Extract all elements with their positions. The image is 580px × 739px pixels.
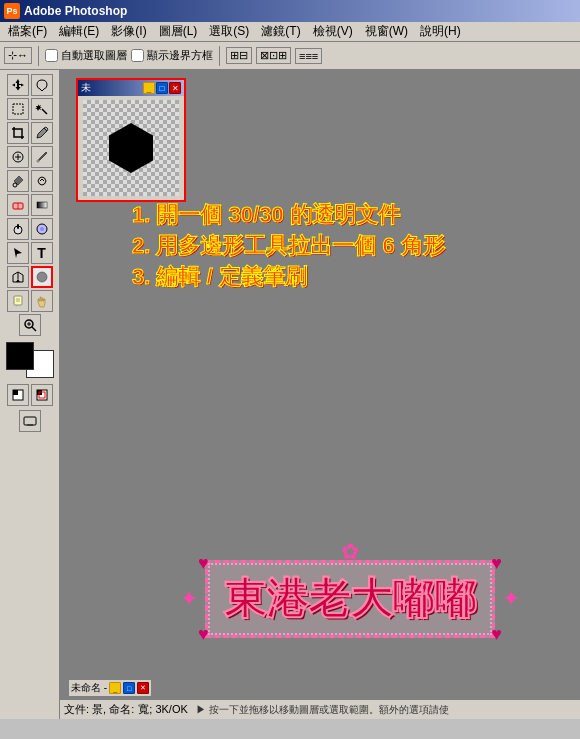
- path-selection-tool[interactable]: [7, 242, 29, 264]
- screen-mode-row: [19, 410, 41, 432]
- menu-layer[interactable]: 圖層(L): [153, 22, 204, 41]
- logo-corner-tl: ♥: [198, 553, 209, 574]
- menu-select[interactable]: 選取(S): [203, 22, 255, 41]
- canvas-area: 未 _ □ ✕ 1. 開一個 30/30 的透明文件 2. 用多邊形工具拉出一個…: [60, 70, 580, 719]
- show-bounds-label: 顯示邊界方框: [147, 48, 213, 63]
- mini-document-window: 未命名 - _ □ ✕: [68, 679, 152, 697]
- move-tool-button[interactable]: ⊹↔: [4, 47, 32, 64]
- standard-mode[interactable]: [7, 384, 29, 406]
- clone-stamp-tool[interactable]: [7, 170, 29, 192]
- tool-row-8: T: [7, 242, 53, 264]
- menu-file[interactable]: 檔案(F): [2, 22, 53, 41]
- color-swatch[interactable]: [6, 342, 54, 378]
- minimize-button[interactable]: _: [143, 82, 155, 94]
- foreground-color-swatch[interactable]: [6, 342, 34, 370]
- instruction-2: 2. 用多邊形工具拉出一個 6 角形: [132, 231, 570, 262]
- tool-row-9: [7, 266, 53, 288]
- auto-select-input[interactable]: [45, 49, 58, 62]
- logo-border: ✿ ✦ ✦ ♥ ♥ ♥ ♥ 東港老大嘟嘟: [205, 560, 495, 638]
- quick-mask-mode[interactable]: [31, 384, 53, 406]
- magic-wand-tool[interactable]: [31, 98, 53, 120]
- svg-rect-28: [24, 417, 36, 425]
- mini-maximize-button[interactable]: □: [123, 682, 135, 694]
- auto-select-checkbox[interactable]: 自動選取圖層: [45, 48, 127, 63]
- menu-window[interactable]: 視窗(W): [359, 22, 414, 41]
- history-brush-tool[interactable]: [31, 170, 53, 192]
- auto-select-label: 自動選取圖層: [61, 48, 127, 63]
- logo-flower-left: ✦: [180, 586, 198, 612]
- mask-row: [7, 384, 53, 406]
- svg-rect-11: [17, 224, 19, 229]
- toolbar-separator-1: [38, 46, 39, 66]
- menu-help[interactable]: 說明(H): [414, 22, 467, 41]
- document-window: 未 _ □ ✕: [76, 78, 186, 202]
- close-button[interactable]: ✕: [169, 82, 181, 94]
- toolbar: ⊹↔ 自動選取圖層 顯示邊界方框 ⊞⊟ ⊠⊡⊞ ≡≡≡: [0, 42, 580, 70]
- menu-image[interactable]: 影像(I): [105, 22, 152, 41]
- instruction-1: 1. 開一個 30/30 的透明文件: [132, 200, 570, 231]
- hexagon-shape: [101, 118, 161, 178]
- blur-tool[interactable]: [31, 218, 53, 240]
- svg-line-20: [32, 327, 36, 331]
- logo-flower-right: ✦: [502, 586, 520, 612]
- maximize-button[interactable]: □: [156, 82, 168, 94]
- status-info: 寬; 3K/OK: [138, 702, 188, 717]
- zoom-tool[interactable]: [19, 314, 41, 336]
- type-tool[interactable]: T: [31, 242, 53, 264]
- svg-point-5: [36, 160, 39, 163]
- marquee-tool[interactable]: [7, 98, 29, 120]
- mini-window-title: 未命名 -: [71, 681, 107, 695]
- instructions-panel: 1. 開一個 30/30 的透明文件 2. 用多邊形工具拉出一個 6 角形 3.…: [132, 200, 570, 292]
- pen-tool[interactable]: [7, 266, 29, 288]
- align-button[interactable]: ⊠⊡⊞: [256, 47, 291, 64]
- lasso-tool[interactable]: [31, 74, 53, 96]
- tool-row-6: [7, 194, 53, 216]
- menu-bar: 檔案(F) 編輯(E) 影像(I) 圖層(L) 選取(S) 濾鏡(T) 檢視(V…: [0, 22, 580, 42]
- document-title: 未: [81, 81, 91, 95]
- status-left: 文件: 景, 命名:: [64, 702, 134, 717]
- show-bounds-checkbox[interactable]: 顯示邊界方框: [131, 48, 213, 63]
- svg-marker-30: [109, 123, 153, 173]
- mini-close-button[interactable]: ✕: [137, 682, 149, 694]
- transform-button[interactable]: ⊞⊟: [226, 47, 252, 64]
- screen-mode[interactable]: [19, 410, 41, 432]
- logo-corner-tr: ♥: [491, 553, 502, 574]
- title-bar-label: Adobe Photoshop: [24, 4, 127, 18]
- menu-view[interactable]: 檢視(V): [307, 22, 359, 41]
- tool-row-1: [7, 74, 53, 96]
- brush-tool[interactable]: [31, 146, 53, 168]
- distribute-button[interactable]: ≡≡≡: [295, 48, 322, 64]
- heal-tool[interactable]: [7, 146, 29, 168]
- svg-rect-24: [13, 390, 18, 395]
- status-bar: 文件: 景, 命名: 寬; 3K/OK ▶ 按一下並拖移以移動圖層或選取範圍。額…: [60, 699, 580, 719]
- logo-text: 東港老大嘟嘟: [224, 575, 476, 622]
- document-canvas[interactable]: [83, 100, 179, 196]
- main-layout: T: [0, 70, 580, 719]
- svg-point-15: [37, 272, 47, 282]
- move-tool[interactable]: [7, 74, 29, 96]
- svg-point-6: [13, 183, 17, 187]
- hand-tool[interactable]: [31, 290, 53, 312]
- document-title-bar: 未 _ □ ✕: [78, 80, 184, 96]
- logo-corner-br: ♥: [491, 624, 502, 645]
- toolbox: T: [0, 70, 60, 719]
- tool-row-11: [19, 314, 41, 336]
- menu-filter[interactable]: 濾鏡(T): [255, 22, 306, 41]
- gradient-tool[interactable]: [31, 194, 53, 216]
- toolbar-separator-2: [219, 46, 220, 66]
- mini-minimize-button[interactable]: _: [109, 682, 121, 694]
- dodge-tool[interactable]: [7, 218, 29, 240]
- crop-tool[interactable]: [7, 122, 29, 144]
- notes-tool[interactable]: [7, 290, 29, 312]
- shape-tool[interactable]: [31, 266, 53, 288]
- logo-area: ✿ ✦ ✦ ♥ ♥ ♥ ♥ 東港老大嘟嘟: [130, 539, 570, 659]
- svg-line-1: [42, 109, 47, 114]
- instruction-3: 3. 編輯 / 定義筆刷: [132, 262, 570, 293]
- svg-rect-0: [13, 104, 23, 114]
- app-icon: Ps: [4, 3, 20, 19]
- eyedropper-tool[interactable]: [31, 122, 53, 144]
- eraser-tool[interactable]: [7, 194, 29, 216]
- show-bounds-input[interactable]: [131, 49, 144, 62]
- svg-rect-9: [37, 202, 47, 208]
- menu-edit[interactable]: 編輯(E): [53, 22, 105, 41]
